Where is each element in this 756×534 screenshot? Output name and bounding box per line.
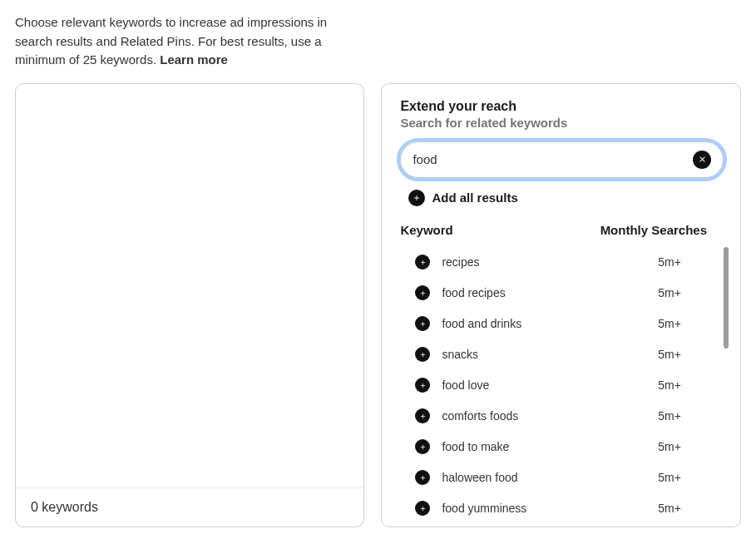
- result-row: recipes5m+: [400, 247, 732, 278]
- selected-keywords-count: 0 keywords: [16, 487, 363, 527]
- result-keyword: comforts foods: [442, 409, 632, 423]
- result-row: food love5m+: [400, 370, 732, 401]
- scrollbar-thumb[interactable]: [724, 247, 729, 349]
- result-keyword: food to make: [442, 440, 632, 453]
- results-list: recipes5m+food recipes5m+food and drinks…: [400, 247, 732, 518]
- result-keyword: haloween food: [442, 471, 632, 484]
- result-row: snacks5m+: [400, 339, 732, 370]
- add-keyword-button[interactable]: [415, 408, 430, 423]
- result-keyword: food and drinks: [442, 317, 632, 330]
- add-all-results-button[interactable]: Add all results: [400, 190, 732, 206]
- panel-subtitle: Search for related keywords: [400, 116, 732, 130]
- result-searches: 5m+: [632, 409, 707, 423]
- result-searches: 5m+: [632, 502, 707, 515]
- keyword-search-panel: Extend your reach Search for related key…: [381, 83, 741, 527]
- add-keyword-button[interactable]: [415, 316, 430, 331]
- result-searches: 5m+: [632, 440, 707, 453]
- result-row: food recipes5m+: [400, 278, 732, 309]
- result-keyword: recipes: [442, 255, 632, 269]
- add-keyword-button[interactable]: [415, 378, 430, 393]
- selected-keywords-body: [16, 84, 363, 487]
- result-row: food and drinks5m+: [400, 309, 732, 339]
- add-keyword-button[interactable]: [415, 347, 430, 362]
- add-keyword-button[interactable]: [415, 255, 430, 269]
- add-all-label: Add all results: [432, 190, 517, 205]
- plus-icon: [419, 255, 427, 269]
- panel-title: Extend your reach: [400, 99, 732, 114]
- column-header-keyword: Keyword: [400, 223, 452, 237]
- add-keyword-button[interactable]: [415, 470, 430, 485]
- plus-icon: [419, 470, 427, 485]
- learn-more-link[interactable]: Learn more: [160, 52, 228, 67]
- plus-icon: [419, 439, 427, 454]
- plus-icon: [419, 408, 427, 423]
- column-header-searches: Monthly Searches: [600, 223, 707, 237]
- clear-search-button[interactable]: [693, 151, 711, 169]
- instruction-text: Choose relevant keywords to increase ad …: [15, 13, 364, 70]
- result-keyword: snacks: [442, 348, 632, 361]
- plus-icon: [419, 285, 427, 300]
- result-searches: 5m+: [632, 286, 707, 299]
- result-keyword: food love: [442, 378, 632, 392]
- add-keyword-button[interactable]: [415, 439, 430, 454]
- result-row: comforts foods5m+: [400, 401, 732, 432]
- plus-icon: [419, 378, 427, 393]
- result-keyword: food yumminess: [442, 502, 632, 515]
- result-searches: 5m+: [632, 378, 707, 392]
- plus-icon: [419, 316, 427, 331]
- plus-icon: [419, 347, 427, 362]
- result-searches: 5m+: [632, 471, 707, 484]
- result-searches: 5m+: [632, 255, 707, 269]
- result-row: haloween food5m+: [400, 462, 732, 493]
- plus-circle-icon: [408, 190, 425, 206]
- close-icon: [698, 152, 707, 167]
- result-row: food to make5m+: [400, 432, 732, 462]
- result-searches: 5m+: [632, 317, 707, 330]
- result-searches: 5m+: [632, 348, 707, 361]
- result-keyword: food recipes: [442, 286, 632, 299]
- add-keyword-button[interactable]: [415, 285, 430, 300]
- search-field-wrapper[interactable]: [400, 141, 724, 178]
- selected-keywords-panel: 0 keywords: [15, 83, 364, 527]
- search-input[interactable]: [413, 152, 693, 166]
- results-header: Keyword Monthly Searches: [400, 223, 732, 237]
- add-keyword-button[interactable]: [415, 501, 430, 516]
- result-row: food yumminess5m+: [400, 493, 732, 518]
- plus-icon: [419, 501, 427, 516]
